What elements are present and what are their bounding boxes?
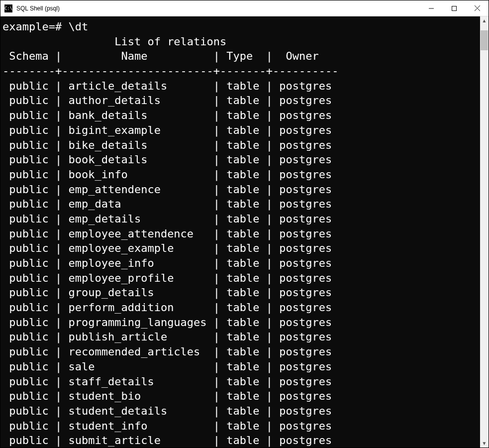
svg-rect-1 (452, 6, 457, 10)
app-icon: C:\ (4, 4, 12, 12)
scroll-down-arrow[interactable]: ▼ (480, 439, 489, 448)
scroll-up-arrow[interactable]: ▲ (480, 16, 489, 25)
window-titlebar: C:\ SQL Shell (psql) (0, 0, 489, 16)
scroll-thumb[interactable] (481, 30, 488, 50)
window-controls (420, 0, 489, 16)
close-button[interactable] (466, 0, 489, 16)
vertical-scrollbar[interactable]: ▲ ▼ (480, 16, 489, 448)
terminal-output[interactable]: example=# \dt List of relations Schema |… (0, 16, 480, 448)
window-title: SQL Shell (psql) (16, 5, 60, 12)
maximize-button[interactable] (443, 0, 466, 16)
minimize-button[interactable] (420, 0, 443, 16)
